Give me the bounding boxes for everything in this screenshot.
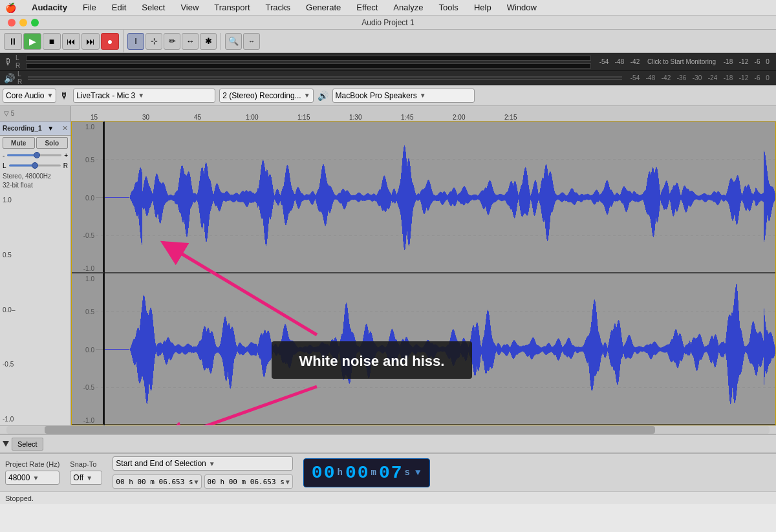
- apple-menu[interactable]: 🍎: [5, 3, 16, 13]
- stop-button[interactable]: ■: [43, 33, 61, 50]
- transport-controls: ⏸ ▶ ■ ⏮ ⏭ ●: [0, 30, 124, 52]
- menu-tracks[interactable]: Tracks: [263, 1, 294, 14]
- track-header: Recording_1 ▼ ✕: [0, 122, 70, 136]
- channels-dropdown-icon: ▼: [304, 92, 310, 99]
- selection-format-selector[interactable]: Start and End of Selection ▼: [113, 456, 293, 471]
- scroll-thumb[interactable]: [45, 426, 655, 434]
- menu-view[interactable]: View: [178, 1, 201, 14]
- window-controls: [8, 19, 39, 27]
- project-rate-label: Project Rate (Hz): [5, 460, 59, 468]
- menu-transport[interactable]: Transport: [211, 1, 252, 14]
- pan-r-label: R: [63, 162, 68, 169]
- device-bar: Core Audio ▼ 🎙 LiveTrack - Mic 3 ▼ 2 (St…: [0, 85, 776, 106]
- skip-forward-button[interactable]: ⏭: [81, 33, 100, 50]
- waveform-display[interactable]: White noise and hiss.: [71, 122, 776, 425]
- track-name-label: Recording_1: [3, 125, 42, 132]
- rate-dropdown-icon: ▼: [32, 474, 39, 482]
- channels-selector[interactable]: 2 (Stereo) Recording... ▼: [219, 89, 313, 103]
- transport-toolbar: ⏸ ▶ ■ ⏮ ⏭ ● I ⊹ ✏ ↔ ✱ 🔍 ↔: [0, 30, 776, 53]
- track-controls-panel: Recording_1 ▼ ✕ Mute Solo - + L: [0, 122, 71, 425]
- right-channel-label: R: [16, 62, 23, 69]
- select-area: Select: [3, 438, 43, 451]
- skip-back-button[interactable]: ⏮: [62, 33, 80, 50]
- pause-button[interactable]: ⏸: [4, 33, 22, 50]
- time-shift-tool-button[interactable]: ↔: [182, 33, 199, 50]
- selection-start-time[interactable]: 00 h 00 m 06.653 s ▼: [113, 474, 201, 489]
- snap-to-label: Snap-To: [70, 460, 102, 468]
- minimize-button[interactable]: [19, 19, 27, 27]
- host-dropdown-icon: ▼: [47, 92, 53, 99]
- output-icon: 🔊: [318, 90, 329, 101]
- menu-file[interactable]: File: [80, 1, 99, 14]
- mic-icon: 🎙: [4, 57, 13, 67]
- mic-input-icon: 🎙: [60, 90, 69, 101]
- draw-tool-button[interactable]: ✏: [164, 33, 180, 50]
- main-track-area: Recording_1 ▼ ✕ Mute Solo - + L: [0, 122, 776, 425]
- horizontal-scrollbar[interactable]: [0, 425, 776, 434]
- play-button[interactable]: ▶: [23, 33, 41, 50]
- pan-l-label: L: [3, 162, 6, 169]
- track-dropdown-icon[interactable]: ▼: [47, 125, 54, 132]
- gain-row: - +: [0, 150, 70, 160]
- select-bar: Select: [0, 434, 776, 452]
- project-rate-group: Project Rate (Hz) 48000 ▼: [5, 460, 59, 485]
- menu-effect[interactable]: Effect: [354, 1, 380, 14]
- select-tool-button[interactable]: I: [127, 33, 144, 50]
- input-device-selector[interactable]: LiveTrack - Mic 3 ▼: [73, 89, 215, 103]
- host-selector[interactable]: Core Audio ▼: [3, 89, 56, 103]
- close-button[interactable]: [8, 19, 16, 27]
- playback-position-display: 00 h 00 m 07 s ▼: [303, 458, 430, 487]
- snap-selector[interactable]: Off ▼: [70, 471, 102, 485]
- track-collapse-icon[interactable]: [3, 441, 9, 447]
- window-title: Audio Project 1: [361, 18, 414, 27]
- level-meters: 🎙 L R -54 -48 -42 Click to Start Monitor…: [0, 53, 776, 71]
- pan-slider[interactable]: [9, 161, 61, 170]
- status-text: Stopped.: [5, 495, 34, 502]
- output-level-meters: 🔊 L R -54 -48 -42 -36 -30 -24 -18 -12 -6…: [0, 71, 776, 85]
- selection-end-time[interactable]: 00 h 00 m 06.653 s ▼: [204, 474, 293, 489]
- gain-minus-label: -: [3, 152, 5, 159]
- playhead: [103, 122, 105, 425]
- pan-row: L R: [0, 160, 70, 171]
- titlebar: Audio Project 1: [0, 16, 776, 30]
- waveform-canvas[interactable]: [71, 122, 776, 425]
- menu-audacity[interactable]: Audacity: [29, 1, 70, 14]
- menu-edit[interactable]: Edit: [109, 1, 129, 14]
- track-close-icon[interactable]: ✕: [62, 124, 68, 133]
- footer: Project Rate (Hz) 48000 ▼ Snap-To Off ▼ …: [0, 452, 776, 491]
- input-dropdown-icon: ▼: [138, 92, 144, 99]
- track-info: Stereo, 48000Hz 32-bit float: [0, 171, 70, 191]
- output-device-selector[interactable]: MacBook Pro Speakers ▼: [332, 89, 475, 103]
- menu-select[interactable]: Select: [139, 1, 167, 14]
- zoom-button[interactable]: [31, 19, 39, 27]
- solo-button[interactable]: Solo: [36, 137, 69, 149]
- project-rate-selector[interactable]: 48000 ▼: [5, 471, 59, 485]
- scale-labels-top: 1.0 0.5 0.0– -0.5 -1.0: [0, 194, 70, 425]
- speaker-icon: 🔊: [4, 73, 15, 83]
- status-bar: Stopped.: [0, 491, 776, 504]
- output-dropdown-icon: ▼: [420, 92, 426, 99]
- select-button[interactable]: Select: [12, 438, 43, 451]
- menu-tools[interactable]: Tools: [436, 1, 461, 14]
- menu-analyze[interactable]: Analyze: [391, 1, 426, 14]
- ruler-marks: 15 30 45 1:00 1:15 1:30 1:45 2:00 2:15: [71, 106, 776, 121]
- mute-button[interactable]: Mute: [3, 137, 35, 149]
- gain-plus-label: +: [64, 152, 68, 159]
- zoom-fit-button[interactable]: ↔: [243, 33, 260, 50]
- selection-range-group: Start and End of Selection ▼ 00 h 00 m 0…: [113, 456, 293, 489]
- selection-format-dropdown-icon: ▼: [209, 460, 215, 467]
- menu-help[interactable]: Help: [471, 1, 494, 14]
- envelope-tool-button[interactable]: ⊹: [146, 33, 162, 50]
- monitoring-label[interactable]: Click to Start Monitoring: [643, 58, 720, 65]
- gain-slider[interactable]: [7, 151, 61, 160]
- record-button[interactable]: ●: [101, 33, 119, 50]
- snap-dropdown-icon: ▼: [86, 474, 92, 482]
- time-scroll-icon[interactable]: ▼: [415, 467, 422, 478]
- tools-section: I ⊹ ✏ ↔ ✱ 🔍 ↔: [124, 30, 264, 52]
- multi-tool-button[interactable]: ✱: [200, 33, 217, 50]
- menu-generate[interactable]: Generate: [303, 1, 343, 14]
- timeline-ruler[interactable]: ▽ 5 15 30 45 1:00 1:15 1:30 1:45 2:00 2:…: [0, 106, 776, 122]
- zoom-in-button[interactable]: 🔍: [225, 33, 242, 50]
- menu-window[interactable]: Window: [504, 1, 539, 14]
- menubar: 🍎 Audacity File Edit Select View Transpo…: [0, 0, 776, 16]
